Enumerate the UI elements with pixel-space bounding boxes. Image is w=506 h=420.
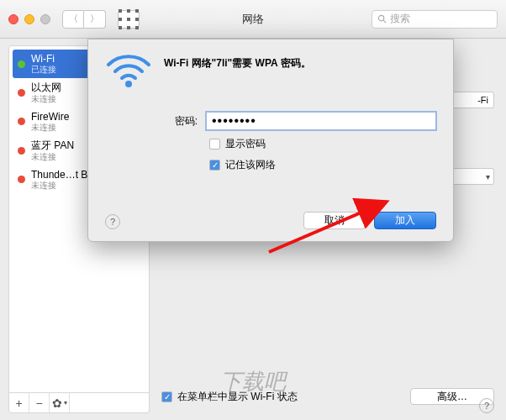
sidebar-item-status: 未连接 — [31, 123, 69, 133]
close-window-button[interactable] — [8, 14, 18, 24]
dialog-title: Wi-Fi 网络"7li"需要 WPA 密码。 — [164, 53, 436, 71]
status-dot — [18, 118, 25, 125]
grid-icon — [119, 9, 139, 29]
titlebar: 〈 〉 网络 搜索 — [0, 0, 506, 39]
sidebar-item-label: 以太网 — [31, 81, 61, 93]
minimize-window-button[interactable] — [24, 14, 34, 24]
menubar-checkbox-label: 在菜单栏中显示 Wi-Fi 状态 — [177, 390, 298, 404]
svg-point-12 — [125, 81, 132, 87]
sidebar-item-status: 未连接 — [31, 94, 61, 104]
search-placeholder: 搜索 — [390, 12, 410, 26]
svg-rect-4 — [127, 18, 130, 21]
menubar-checkbox[interactable]: ✓ — [161, 391, 172, 402]
status-dot — [18, 60, 25, 68]
status-dot — [18, 176, 25, 183]
svg-rect-6 — [119, 26, 122, 29]
show-password-checkbox[interactable] — [209, 139, 220, 150]
chevron-down-icon: ▾ — [64, 399, 67, 407]
help-button[interactable]: ? — [479, 398, 494, 413]
svg-rect-1 — [127, 9, 130, 13]
dropdown-stub[interactable] — [451, 168, 494, 185]
remember-network-checkbox[interactable]: ✓ — [209, 160, 220, 171]
service-actions-button[interactable]: ✿▾ — [50, 393, 70, 412]
svg-rect-2 — [135, 9, 139, 13]
sidebar-item-label: FireWire — [31, 111, 69, 123]
cancel-button[interactable]: 取消 — [303, 212, 366, 229]
sidebar-item-label: Wi-Fi — [31, 53, 56, 65]
wifi-icon — [105, 53, 152, 93]
sidebar-item-status: 未连接 — [31, 152, 74, 162]
svg-rect-0 — [119, 9, 122, 13]
remember-network-label: 记住该网络 — [225, 158, 276, 172]
sidebar-item-label: 蓝牙 PAN — [31, 139, 74, 151]
password-label: 密码: — [164, 114, 198, 129]
search-field[interactable]: 搜索 — [372, 10, 498, 29]
join-button[interactable]: 加入 — [374, 212, 436, 229]
svg-rect-3 — [119, 18, 122, 21]
menubar-row: ✓ 在菜单栏中显示 Wi-Fi 状态 高级… — [161, 388, 494, 405]
sidebar-item-status: 已连接 — [31, 65, 56, 75]
add-service-button[interactable]: + — [9, 393, 29, 412]
sidebar-footer: + − ✿▾ — [9, 392, 149, 412]
show-password-label: 显示密码 — [225, 137, 266, 151]
forward-button[interactable]: 〉 — [84, 10, 106, 29]
show-all-button[interactable] — [118, 10, 140, 29]
svg-rect-7 — [127, 26, 130, 29]
search-icon — [377, 14, 387, 24]
svg-line-10 — [383, 20, 386, 23]
svg-rect-8 — [135, 26, 139, 29]
svg-rect-5 — [135, 18, 139, 21]
password-input[interactable] — [206, 112, 436, 130]
back-button[interactable]: 〈 — [62, 10, 84, 29]
wifi-toggle-stub[interactable]: -Fi — [451, 92, 494, 108]
zoom-window-button[interactable] — [40, 14, 50, 24]
nav-buttons: 〈 〉 — [62, 10, 106, 29]
wifi-password-dialog: Wi-Fi 网络"7li"需要 WPA 密码。 密码: 显示密码 ✓ 记住该网络… — [87, 39, 454, 242]
status-dot — [18, 147, 25, 155]
remove-service-button[interactable]: − — [29, 393, 50, 412]
svg-point-9 — [378, 15, 383, 20]
status-dot — [18, 89, 25, 97]
dialog-help-button[interactable]: ? — [105, 214, 120, 229]
gear-icon: ✿ — [52, 396, 62, 410]
traffic-lights — [8, 14, 50, 24]
